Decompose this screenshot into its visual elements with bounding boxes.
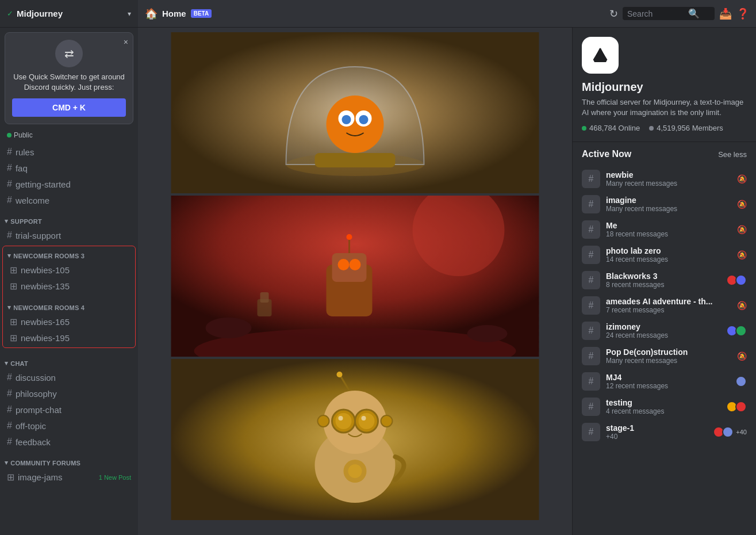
- member-dot: [649, 126, 654, 131]
- active-item-ameades[interactable]: # ameades AI adventure - th... 7 recent …: [582, 293, 747, 318]
- active-messages: Many recent messages: [606, 357, 731, 365]
- server-dropdown-icon[interactable]: ▾: [128, 10, 131, 18]
- active-item-pop-deconstruction[interactable]: # Pop De(con)struction Many recent messa…: [582, 343, 747, 369]
- channel-getting-started[interactable]: # getting-started: [2, 177, 136, 192]
- avatar-pile: [726, 325, 747, 337]
- channel-avatar: #: [582, 372, 600, 391]
- server-check-icon: ✓: [7, 9, 13, 18]
- channel-newbies-195[interactable]: ⊞ newbies-195: [5, 330, 133, 346]
- forum-icon: ⊞: [10, 333, 17, 343]
- channel-newbies-165[interactable]: ⊞ newbies-165: [5, 314, 133, 330]
- channel-avatar: #: [582, 322, 600, 340]
- home-icon: 🏠: [145, 7, 158, 20]
- channel-label: newbies-165: [21, 317, 128, 327]
- quick-switcher-button[interactable]: CMD + K: [12, 98, 126, 117]
- active-messages: 7 recent messages: [606, 306, 731, 314]
- channel-discussion[interactable]: # discussion: [2, 370, 136, 385]
- beta-badge: BETA: [191, 9, 212, 18]
- active-messages: 18 recent messages: [606, 230, 731, 238]
- category-arrow: ▾: [7, 304, 11, 311]
- active-item-blackworks[interactable]: # Blackworks 3 8 recent messages: [582, 268, 747, 293]
- svg-rect-12: [332, 253, 367, 282]
- active-name: Pop De(con)struction: [606, 347, 731, 357]
- avatar-small: [735, 274, 747, 286]
- channel-label: getting-started: [16, 179, 131, 189]
- category-arrow: ▾: [5, 459, 8, 467]
- channel-feedback[interactable]: # feedback: [2, 434, 136, 449]
- svg-rect-7: [315, 153, 396, 167]
- active-item-mj4[interactable]: # MJ4 12 recent messages: [582, 369, 747, 394]
- server-logo: [582, 37, 619, 74]
- public-dot: [7, 133, 11, 137]
- hash-icon: #: [7, 388, 12, 399]
- category-newcomer-4[interactable]: ▾ NEWCOMER ROOMS 4: [3, 295, 135, 314]
- active-item-izimoney[interactable]: # izimoney 24 recent messages: [582, 318, 747, 343]
- active-messages: Many recent messages: [606, 179, 731, 188]
- help-icon[interactable]: ❓: [736, 7, 749, 20]
- channel-label: trial-support: [16, 231, 131, 240]
- active-name: Me: [606, 221, 731, 230]
- quick-switcher-close[interactable]: ×: [124, 37, 128, 47]
- inbox-icon[interactable]: 📥: [719, 7, 732, 20]
- member-count: 4,519,956 Members: [657, 124, 723, 132]
- category-community-forums[interactable]: ▾ COMMUNITY FORUMS: [0, 450, 138, 469]
- active-info: newbie Many recent messages: [606, 170, 731, 188]
- svg-point-20: [467, 325, 508, 342]
- mute-icon: 🔕: [737, 301, 747, 310]
- search-input[interactable]: [627, 9, 685, 18]
- see-less-button[interactable]: See less: [718, 150, 747, 159]
- channel-image-jams[interactable]: ⊞ image-jams 1 New Post: [2, 469, 136, 485]
- channel-label: welcome: [16, 196, 131, 205]
- active-name: stage-1: [606, 423, 707, 433]
- channel-rules[interactable]: # rules: [2, 144, 136, 159]
- active-item-stage-1[interactable]: # stage-1 +40 +40: [582, 419, 747, 445]
- svg-point-27: [336, 413, 352, 429]
- active-item-newbie[interactable]: # newbie Many recent messages 🔕: [582, 166, 747, 192]
- channel-off-topic[interactable]: # off-topic: [2, 418, 136, 433]
- channel-avatar: #: [582, 271, 600, 289]
- svg-point-34: [348, 464, 362, 478]
- channel-trial-support[interactable]: # trial-support: [2, 228, 136, 243]
- hash-icon: #: [7, 404, 12, 415]
- category-support[interactable]: ▾ SUPPORT: [0, 208, 138, 227]
- svg-point-13: [338, 259, 350, 270]
- category-chat[interactable]: ▾ CHAT: [0, 350, 138, 369]
- svg-rect-18: [260, 292, 269, 303]
- category-label: COMMUNITY FORUMS: [10, 460, 80, 467]
- channel-welcome[interactable]: # welcome: [2, 193, 136, 208]
- channel-faq[interactable]: # faq: [2, 160, 136, 175]
- new-post-badge: 1 New Post: [99, 474, 131, 481]
- channel-avatar: #: [582, 398, 600, 416]
- active-info: testing 4 recent messages: [606, 398, 720, 415]
- search-box[interactable]: 🔍: [623, 7, 715, 20]
- channel-prompt-chat[interactable]: # prompt-chat: [2, 402, 136, 417]
- avatar-pile: [726, 274, 747, 286]
- category-arrow: ▾: [5, 217, 8, 225]
- category-newcomer-3[interactable]: ▾ NEWCOMER ROOMS 3: [3, 247, 135, 262]
- active-now-header: Active Now See less: [582, 149, 747, 159]
- channel-newbies-105[interactable]: ⊞ newbies-105: [5, 262, 133, 278]
- active-name: Blackworks 3: [606, 272, 720, 281]
- active-info: ameades AI adventure - th... 7 recent me…: [606, 297, 731, 314]
- hash-icon: #: [7, 421, 12, 431]
- server-title: Midjourney: [582, 81, 747, 94]
- channel-label: off-topic: [16, 421, 131, 431]
- image-3: [143, 359, 567, 520]
- active-name: newbie: [606, 170, 731, 179]
- active-item-me[interactable]: # Me 18 recent messages 🔕: [582, 217, 747, 242]
- channel-label: prompt-chat: [16, 405, 131, 415]
- avatar-pile: [735, 376, 747, 387]
- active-name: photo lab zero: [606, 246, 731, 255]
- server-info: Midjourney The official server for Midjo…: [573, 28, 756, 142]
- active-item-imagine[interactable]: # imagine Many recent messages 🔕: [582, 192, 747, 217]
- public-badge: Public: [0, 129, 138, 144]
- forum-icon: ⊞: [10, 265, 17, 276]
- active-item-photo-lab-zero[interactable]: # photo lab zero 14 recent messages 🔕: [582, 242, 747, 268]
- channel-label: newbies-105: [21, 265, 128, 275]
- active-item-testing[interactable]: # testing 4 recent messages: [582, 394, 747, 419]
- server-header[interactable]: ✓ Midjourney ▾: [0, 0, 138, 28]
- category-label: NEWCOMER ROOMS 4: [13, 304, 85, 311]
- active-info: Me 18 recent messages: [606, 221, 731, 238]
- channel-philosophy[interactable]: # philosophy: [2, 386, 136, 401]
- channel-newbies-135[interactable]: ⊞ newbies-135: [5, 278, 133, 294]
